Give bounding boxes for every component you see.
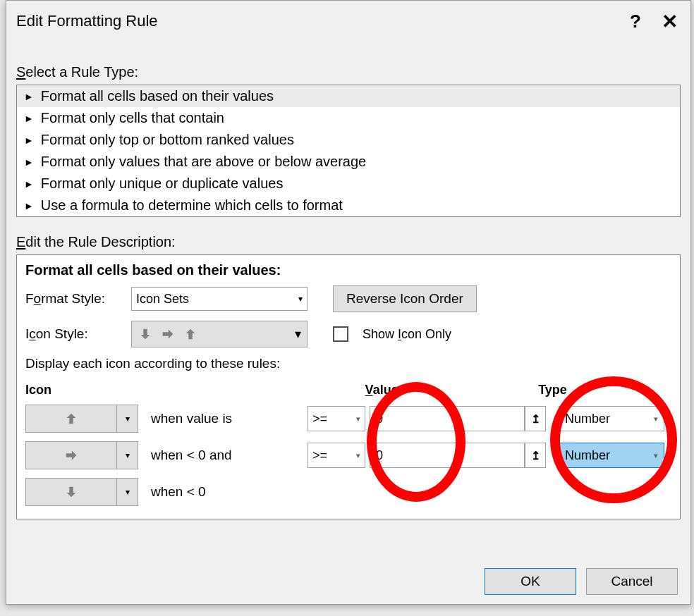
edit-rule-description-label: Edit the Rule Description: [16, 234, 681, 250]
ok-button[interactable]: OK [485, 568, 576, 595]
type-combo[interactable]: Number ▾ [559, 443, 664, 468]
rule-type-item[interactable]: ► Format only top or bottom ranked value… [17, 129, 680, 151]
arrow-up-icon [63, 411, 79, 426]
chevron-down-icon: ▾ [295, 326, 301, 342]
chevron-down-icon: ▾ [356, 414, 360, 424]
chevron-down-icon: ▾ [654, 414, 658, 424]
bullet-icon: ► [24, 91, 34, 102]
show-icon-only-label: Show Icon Only [363, 327, 451, 342]
rule-type-list[interactable]: ► Format all cells based on their values… [16, 85, 681, 217]
bullet-icon: ► [24, 135, 34, 146]
chevron-down-icon: ▾ [356, 451, 360, 460]
help-button[interactable]: ? [619, 11, 652, 32]
format-style-combo[interactable]: Icon Sets ▾ [131, 287, 308, 311]
reverse-icon-order-button[interactable]: Reverse Icon Order [333, 285, 477, 312]
cancel-button[interactable]: Cancel [586, 568, 678, 595]
rule-type-item[interactable]: ► Format only unique or duplicate values [17, 173, 680, 195]
icon-picker[interactable]: ▾ [25, 441, 138, 469]
titlebar: Edit Formatting Rule ? ✕ [6, 1, 690, 42]
range-select-button[interactable]: ↥ [525, 406, 546, 431]
icon-picker[interactable]: ▾ [25, 478, 138, 506]
rule-type-item[interactable]: ► Format only values that are above or b… [17, 151, 680, 173]
display-each-label: Display each icon according to these rul… [25, 356, 671, 371]
bullet-icon: ► [24, 200, 34, 211]
rule-type-item[interactable]: ► Use a formula to determine which cells… [17, 195, 680, 216]
arrow-right-icon [160, 326, 176, 342]
rule-type-item[interactable]: ► Format all cells based on their values [17, 85, 680, 107]
when-label: when value is [138, 411, 308, 426]
close-button[interactable]: ✕ [652, 10, 686, 33]
icon-style-combo[interactable]: ▾ [131, 321, 308, 347]
operator-combo[interactable]: >= ▾ [308, 443, 365, 468]
rule-description-heading: Format all cells based on their values: [25, 262, 671, 278]
arrow-down-icon [138, 326, 153, 342]
chevron-down-icon: ▾ [116, 442, 138, 469]
arrow-up-icon [183, 326, 198, 342]
show-icon-only-checkbox[interactable] [333, 326, 348, 342]
bullet-icon: ► [24, 113, 34, 124]
column-header-icon: Icon [25, 383, 159, 398]
edit-formatting-rule-dialog: Edit Formatting Rule ? ✕ Select a Rule T… [6, 0, 691, 605]
when-label: when < 0 and [138, 448, 308, 463]
icon-rule-row: ▾ when value is >= ▾ 0 ↥ Number ▾ [25, 403, 671, 434]
format-style-label: Format Style: [25, 291, 124, 307]
chevron-down-icon: ▾ [116, 405, 138, 432]
chevron-down-icon: ▾ [298, 294, 303, 304]
bullet-icon: ► [24, 156, 34, 168]
operator-combo[interactable]: >= ▾ [308, 406, 365, 431]
icon-style-label: Icon Style: [25, 326, 124, 342]
arrow-right-icon [63, 448, 79, 463]
value-input[interactable]: 0 [370, 443, 525, 468]
icon-rule-row: ▾ when < 0 [25, 476, 671, 507]
dialog-title: Edit Formatting Rule [16, 12, 619, 30]
icon-rule-row: ▾ when < 0 and >= ▾ 0 ↥ Number ▾ [25, 440, 671, 471]
dialog-footer: OK Cancel [6, 559, 690, 604]
value-input[interactable]: 0 [370, 406, 525, 431]
select-rule-type-label: Select a Rule Type: [16, 64, 681, 80]
column-header-type: Type [538, 383, 671, 398]
column-header-value: Value [365, 383, 539, 398]
rule-type-item[interactable]: ► Format only cells that contain [17, 107, 680, 129]
bullet-icon: ► [24, 178, 34, 190]
chevron-down-icon: ▾ [654, 451, 658, 460]
range-select-button[interactable]: ↥ [525, 443, 546, 468]
when-label: when < 0 [138, 484, 308, 500]
rule-description-box: Format all cells based on their values: … [16, 254, 681, 519]
arrow-down-icon [63, 484, 79, 500]
chevron-down-icon: ▾ [116, 479, 138, 505]
type-combo[interactable]: Number ▾ [559, 406, 664, 431]
icon-picker[interactable]: ▾ [25, 405, 138, 433]
